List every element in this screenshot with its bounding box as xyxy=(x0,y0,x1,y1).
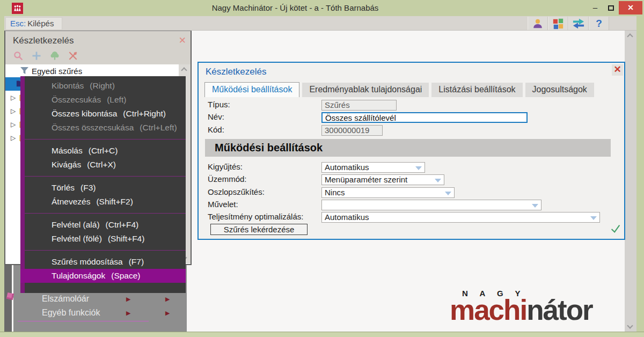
chevron-down-icon xyxy=(590,216,597,220)
tree-icon[interactable] xyxy=(48,49,61,62)
panel-icon-row xyxy=(12,49,79,62)
menu-item-masolas[interactable]: Másolás(Ctrl+C) xyxy=(25,144,186,158)
minimize-button[interactable]: – xyxy=(588,1,603,14)
chevron-down-icon xyxy=(445,192,451,195)
title-bar: Nagy Machinátor - Új kötet - a - Tóth Ba… xyxy=(0,0,644,16)
filter-funnel-icon xyxy=(20,67,28,75)
menu-item-egyeb-funkciok[interactable]: Egyéb funkciók ▶ ▶ xyxy=(13,306,187,320)
menu-item-tulajdonsagok[interactable]: Tulajdonságok(Space) xyxy=(20,269,186,283)
menu-separator xyxy=(25,213,186,214)
menu-separator xyxy=(25,250,186,251)
cube-icon xyxy=(6,292,14,300)
menu-item-kibontas[interactable]: Kibontás(Right) xyxy=(25,79,186,93)
transfer-button[interactable] xyxy=(568,17,589,30)
vertical-scrollbar[interactable] xyxy=(625,31,636,332)
submenu-arrow-icon: ▶ xyxy=(165,306,170,320)
nev-input[interactable]: Összes szállítólevél xyxy=(321,112,528,123)
submenu-arrow-icon: ▶ xyxy=(126,306,130,320)
menu-item-osszes-kibontasa[interactable]: Összes kibontása(Ctrl+Right) xyxy=(25,107,186,121)
apps-button[interactable] xyxy=(548,17,568,30)
query-filter-button[interactable]: Szűrés lekérdezése xyxy=(210,224,308,235)
menu-item-kivagas[interactable]: Kivágás(Ctrl+X) xyxy=(25,158,186,172)
tipus-input[interactable]: Szűrés xyxy=(321,100,397,111)
toolbar-icon-group: ? xyxy=(528,17,609,30)
submenu-arrow-icon: ▶ xyxy=(126,292,130,306)
dialog-title: Készletkezelés xyxy=(206,67,266,77)
scroll-down-icon[interactable] xyxy=(627,323,633,328)
field-label: Teljesítmény optimalizálás: xyxy=(208,212,303,221)
field-label: Kigyűjtés: xyxy=(208,162,243,171)
scroll-up-icon[interactable] xyxy=(627,33,633,39)
main-toolbar: Esc:Kilépés xyxy=(0,16,644,31)
expand-arrow-icon[interactable]: ▷ xyxy=(11,134,16,142)
check-icon xyxy=(610,223,621,235)
uzemmod-dropdown[interactable]: Menüparaméter szerint xyxy=(321,174,444,185)
chevron-down-icon xyxy=(435,179,441,182)
context-menu: Kibontás(Right) Összecsukás(Left) Összes… xyxy=(20,76,186,293)
field-label: Típus: xyxy=(208,100,230,109)
maximize-button[interactable] xyxy=(603,1,618,14)
expand-arrow-icon[interactable]: ▷ xyxy=(11,121,16,128)
brand-logo-main: machinátor xyxy=(450,297,635,324)
section-header: Működési beállítások xyxy=(205,139,611,157)
user-button[interactable] xyxy=(528,17,548,30)
tab-jogosultsagok[interactable]: Jogosultságok xyxy=(525,83,594,97)
transfer-arrows-icon xyxy=(572,18,585,30)
exit-label: Kilépés xyxy=(27,19,54,28)
menu-item-torles[interactable]: Törlés(F3) xyxy=(25,181,186,195)
help-button[interactable]: ? xyxy=(589,17,609,30)
pin-icon[interactable] xyxy=(67,49,79,62)
filter-row[interactable]: Egyedi szűrés xyxy=(5,64,179,77)
menu-item-szures-modositasa[interactable]: Szűrés módosítása(F7) xyxy=(25,255,186,269)
exit-key-label: Esc: xyxy=(10,19,26,28)
window-frame-left xyxy=(0,16,4,337)
menu-item-osszes-osszecsukasa[interactable]: Összes összecsukása(Ctrl+Left) xyxy=(25,121,186,135)
app-window: Nagy Machinátor - Új kötet - a - Tóth Ba… xyxy=(0,0,644,337)
panel-close-icon[interactable]: ✕ xyxy=(179,35,186,46)
user-icon xyxy=(532,18,544,30)
scroll-up-icon[interactable] xyxy=(181,67,187,73)
help-icon: ? xyxy=(596,18,602,30)
brand-logo: N A G Y machinátor xyxy=(450,289,635,324)
inventory-panel-header: Készletkezelés ✕ xyxy=(5,31,191,64)
maximize-icon xyxy=(608,5,614,11)
apps-grid-icon xyxy=(552,18,564,30)
kod-input[interactable]: 3000000019 xyxy=(321,125,383,136)
tab-mukodesi-beallitasok[interactable]: Működési beállítások xyxy=(204,82,299,97)
expand-arrow-icon[interactable]: ▷ xyxy=(11,94,16,101)
chevron-down-icon xyxy=(415,166,422,170)
field-label: Üzemmód: xyxy=(208,174,247,184)
menu-item-felvetel-ala[interactable]: Felvétel (alá)(Ctrl+F4) xyxy=(25,218,186,232)
expand-arrow-icon[interactable]: ▷ xyxy=(11,107,16,115)
kigyujtes-dropdown[interactable]: Automatikus xyxy=(321,162,425,173)
menu-separator xyxy=(25,176,186,177)
menu-separator xyxy=(25,139,186,140)
teljesitmeny-dropdown[interactable]: Automatikus xyxy=(321,212,600,223)
tab-eredmenyablak-tulajdonsagai[interactable]: Eredményablak tulajdonságai xyxy=(302,83,429,97)
dialog-tabs: Működési beállítások Eredményablak tulaj… xyxy=(204,82,594,97)
exit-button[interactable]: Esc:Kilépés xyxy=(5,17,62,30)
field-label: Kód: xyxy=(208,125,224,134)
submenu-arrow-icon: ▶ xyxy=(165,292,170,306)
window-frame-bottom xyxy=(0,332,644,337)
field-label: Művelet: xyxy=(208,200,238,209)
window-title: Nagy Machinátor - Új kötet - a - Tóth Ba… xyxy=(0,0,590,16)
menu-item-osszecsukas[interactable]: Összecsukás(Left) xyxy=(25,93,186,107)
add-icon[interactable] xyxy=(30,49,42,62)
menu-item-atnevezes[interactable]: Átnevezés(Shift+F2) xyxy=(25,195,186,209)
menu-item-elszamoloar[interactable]: Elszámolóár ▶ ▶ xyxy=(13,292,187,306)
menu-separator xyxy=(18,321,149,321)
field-label: Név: xyxy=(208,112,224,121)
search-icon[interactable] xyxy=(12,49,24,62)
chevron-down-icon xyxy=(532,204,538,208)
inventory-panel-title: Készletkezelés xyxy=(13,35,74,46)
close-button[interactable]: ✕ xyxy=(619,1,642,14)
muvelet-dropdown[interactable] xyxy=(321,200,541,210)
oszlopszukites-dropdown[interactable]: Nincs xyxy=(321,187,455,198)
filter-label: Egyedi szűrés xyxy=(32,67,82,76)
field-label: Oszlopszűkítés: xyxy=(208,187,265,196)
properties-dialog: Készletkezelés ✕ Működési beállítások Er… xyxy=(197,62,625,240)
menu-item-felvetel-fole[interactable]: Felvétel (fölé)(Shift+F4) xyxy=(25,232,186,246)
tab-listazasi-beallitasok[interactable]: Listázási beállítások xyxy=(431,83,522,97)
dialog-close-icon[interactable]: ✕ xyxy=(612,64,623,76)
